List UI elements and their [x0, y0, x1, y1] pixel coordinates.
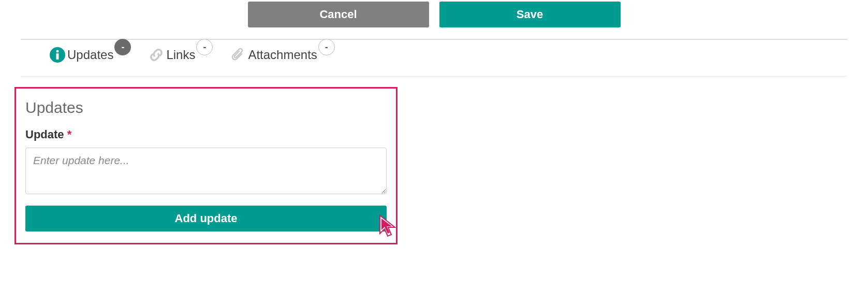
- required-indicator: *: [67, 128, 72, 141]
- updates-panel-title: Updates: [25, 99, 387, 117]
- save-button[interactable]: Save: [439, 2, 621, 27]
- tab-bar: Updates - Links - Attachments -: [21, 40, 847, 77]
- tab-links-badge: -: [196, 39, 213, 55]
- tab-links[interactable]: Links -: [149, 47, 213, 63]
- add-update-button[interactable]: Add update: [25, 206, 387, 231]
- updates-panel: Updates Update * Add update: [14, 87, 398, 244]
- tab-updates-badge: -: [114, 39, 131, 55]
- svg-rect-2: [56, 53, 59, 60]
- tab-attachments-badge: -: [318, 39, 335, 55]
- tab-attachments-label: Attachments: [248, 48, 317, 62]
- tab-updates[interactable]: Updates -: [50, 47, 131, 63]
- tab-links-label: Links: [166, 48, 195, 62]
- tab-updates-label: Updates: [67, 48, 113, 62]
- svg-point-1: [56, 50, 59, 53]
- top-action-bar: Cancel Save: [0, 0, 868, 39]
- update-field-label: Update *: [25, 128, 387, 141]
- content-area: Updates Update * Add update: [0, 77, 868, 255]
- link-icon: [149, 47, 164, 63]
- update-field-label-text: Update: [25, 128, 64, 141]
- tab-attachments[interactable]: Attachments -: [230, 47, 334, 63]
- update-textarea[interactable]: [25, 148, 387, 194]
- paperclip-icon: [230, 47, 246, 63]
- info-icon: [50, 47, 65, 63]
- cancel-button[interactable]: Cancel: [248, 2, 429, 27]
